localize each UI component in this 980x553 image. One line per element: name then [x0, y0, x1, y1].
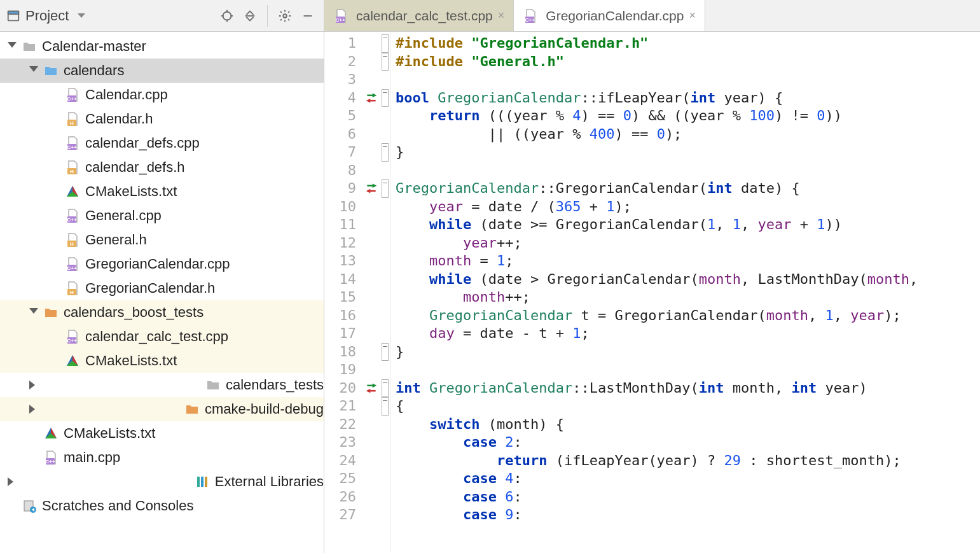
marker-cell: [362, 470, 380, 488]
svg-text:C++: C++: [67, 96, 76, 102]
tree-node-gen-h[interactable]: HGeneral.h: [0, 228, 324, 252]
hide-icon[interactable]: [298, 6, 317, 25]
tree-node-label: calendar_defs.h: [85, 159, 185, 176]
tree-node-caldefs-cpp[interactable]: C++calendar_defs.cpp: [0, 131, 324, 155]
fold-toggle-icon[interactable]: [382, 179, 389, 198]
disclosure-down-icon[interactable]: [29, 66, 38, 75]
code-line[interactable]: }: [396, 343, 980, 361]
code-line[interactable]: #include "General.h": [396, 53, 980, 71]
line-number: 17: [324, 325, 356, 343]
fold-toggle-icon[interactable]: [382, 143, 389, 162]
fold-toggle-icon[interactable]: [382, 34, 389, 53]
editor-tab-t1[interactable]: C++calendar_calc_test.cpp×: [324, 0, 514, 31]
svg-marker-52: [366, 189, 371, 193]
tree-node-greg-h[interactable]: HGregorianCalendar.h: [0, 276, 324, 300]
code-line[interactable]: || ((year % 400) == 0);: [396, 125, 980, 144]
marker-cell: [362, 53, 380, 71]
tree-node-cmake2[interactable]: CMakeLists.txt: [0, 349, 324, 373]
tree-node-extlib[interactable]: External Libraries: [0, 470, 324, 494]
fold-toggle-icon[interactable]: [382, 89, 389, 108]
code-line[interactable]: return (ifLeapYear(year) ? 29 : shortest…: [396, 452, 980, 470]
code-line[interactable]: {: [396, 397, 980, 416]
code-line[interactable]: while (date >= GregorianCalendar(1, 1, y…: [396, 216, 980, 234]
code-content[interactable]: #include "GregorianCalendar.h"#include "…: [390, 32, 980, 553]
svg-text:H: H: [70, 169, 74, 174]
fold-toggle-icon[interactable]: [382, 379, 389, 398]
code-line[interactable]: day = date - t + 1;: [396, 325, 980, 343]
marker-cell: [362, 270, 380, 289]
tree-node-gen-cpp[interactable]: C++General.cpp: [0, 204, 324, 228]
tree-node-root[interactable]: Calendar-master: [0, 34, 324, 59]
fold-cell: [380, 125, 390, 144]
fold-cell: [380, 470, 390, 488]
code-editor[interactable]: 1234567891011121314151617181920212223242…: [324, 32, 980, 553]
project-view-selector[interactable]: Project: [6, 8, 85, 24]
editor-tab-t2[interactable]: C++GregorianCalendar.cpp×: [514, 0, 705, 31]
cpp-icon: C++: [523, 8, 538, 24]
code-line[interactable]: GregorianCalendar::GregorianCalendar(int…: [396, 179, 980, 198]
disclosure-right-icon[interactable]: [29, 381, 200, 389]
tree-node-caldefs-h[interactable]: Hcalendar_defs.h: [0, 155, 324, 179]
code-line[interactable]: [396, 162, 980, 180]
fold-toggle-icon[interactable]: [382, 343, 389, 361]
line-number: 22: [324, 416, 356, 434]
code-line[interactable]: year++;: [396, 234, 980, 253]
arrow-placeholder: [51, 332, 60, 341]
tree-node-calctest[interactable]: C++calendar_calc_test.cpp: [0, 325, 324, 349]
tree-node-scratch[interactable]: Scratches and Consoles: [0, 494, 324, 518]
tree-node-boost[interactable]: calendars_boost_tests: [0, 300, 324, 325]
code-line[interactable]: case 6:: [396, 488, 980, 507]
svg-marker-51: [373, 184, 377, 188]
tree-node-cbd[interactable]: cmake-build-debug: [0, 397, 324, 421]
line-number: 15: [324, 288, 356, 307]
code-line[interactable]: [396, 71, 980, 89]
svg-text:C++: C++: [67, 338, 76, 344]
fold-toggle-icon[interactable]: [382, 53, 389, 71]
tree-node-cal-h[interactable]: HCalendar.h: [0, 107, 324, 131]
tree-node-calendars[interactable]: calendars: [0, 59, 324, 83]
disclosure-down-icon[interactable]: [29, 308, 38, 317]
fold-toggle-icon[interactable]: [382, 397, 389, 416]
tree-node-greg-cpp[interactable]: C++GregorianCalendar.cpp: [0, 252, 324, 276]
disclosure-down-icon[interactable]: [8, 42, 17, 51]
marker-cell: [362, 288, 380, 307]
svg-point-8: [283, 14, 287, 18]
tree-node-cal-cpp[interactable]: C++Calendar.cpp: [0, 83, 324, 107]
fold-cell: [380, 452, 390, 470]
marker-cell: [362, 216, 380, 234]
gear-icon[interactable]: [275, 6, 294, 25]
code-line[interactable]: int GregorianCalendar::LastMonthDay(int …: [396, 379, 980, 398]
arrow-placeholder: [51, 187, 60, 196]
code-line[interactable]: bool GregorianCalendar::ifLeapYear(int y…: [396, 89, 980, 108]
code-line[interactable]: case 4:: [396, 470, 980, 488]
code-line[interactable]: switch (month) {: [396, 416, 980, 434]
project-tree[interactable]: Calendar-mastercalendarsC++Calendar.cppH…: [0, 32, 324, 553]
fold-cell: [380, 361, 390, 379]
locate-icon[interactable]: [217, 6, 237, 25]
code-line[interactable]: #include "GregorianCalendar.h": [396, 34, 980, 53]
code-line[interactable]: case 9:: [396, 506, 980, 524]
code-line[interactable]: return (((year % 4) == 0) && ((year % 10…: [396, 107, 980, 125]
tree-node-cmake1[interactable]: CMakeLists.txt: [0, 179, 324, 204]
svg-marker-50: [366, 99, 371, 103]
cpp-icon: C++: [65, 256, 80, 272]
tree-node-cmake3[interactable]: CMakeLists.txt: [0, 421, 324, 445]
folder-orange-icon: [184, 402, 200, 417]
code-line[interactable]: month++;: [396, 288, 980, 307]
code-line[interactable]: year = date / (365 + 1);: [396, 198, 980, 216]
expand-all-icon[interactable]: [240, 6, 259, 25]
code-line[interactable]: month = 1;: [396, 252, 980, 270]
svg-marker-49: [373, 93, 377, 97]
close-icon[interactable]: ×: [689, 9, 696, 22]
code-line[interactable]: [396, 361, 980, 379]
disclosure-right-icon[interactable]: [8, 477, 190, 486]
code-line[interactable]: while (date > GregorianCalendar(month, L…: [396, 270, 980, 289]
close-icon[interactable]: ×: [498, 9, 505, 22]
tree-node-label: GregorianCalendar.cpp: [85, 256, 230, 272]
tree-node-main[interactable]: C++main.cpp: [0, 445, 324, 470]
disclosure-right-icon[interactable]: [29, 405, 179, 414]
tree-node-tests[interactable]: calendars_tests: [0, 373, 324, 397]
code-line[interactable]: GregorianCalendar t = GregorianCalendar(…: [396, 307, 980, 325]
code-line[interactable]: case 2:: [396, 433, 980, 452]
code-line[interactable]: }: [396, 143, 980, 162]
